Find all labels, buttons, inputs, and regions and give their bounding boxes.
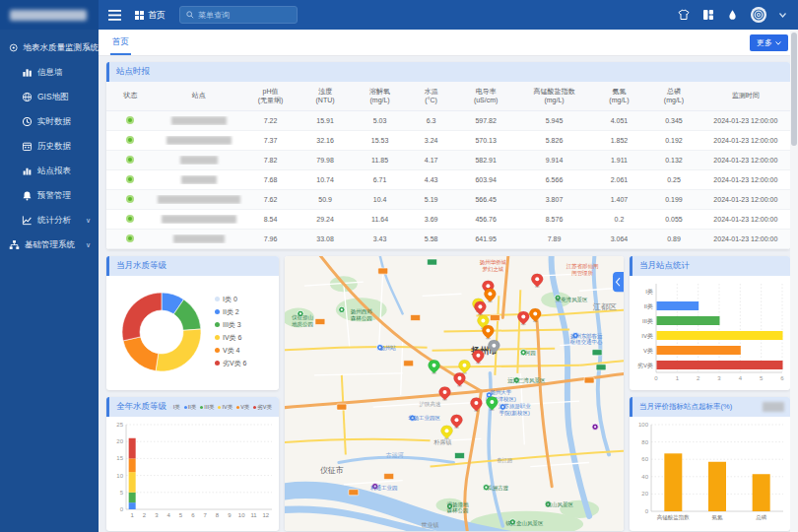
table-row[interactable]: 7.3732.1615.533.24570.135.8261.8520.1922… — [106, 131, 790, 151]
status-ok-dot — [126, 116, 134, 124]
sidebar-item-group-0[interactable]: 地表水质量监测系统∧ — [0, 35, 99, 60]
sidebar-item-menu-0[interactable]: 信息墙 — [0, 60, 99, 85]
status-ok-dot — [126, 234, 134, 242]
system-icon — [9, 42, 19, 53]
map-label: 扬州站 — [379, 345, 396, 352]
legend-item[interactable]: III类 3 — [215, 320, 247, 330]
column-header: 高锰酸盐指数(mg/L) — [516, 82, 591, 110]
legend-item[interactable]: 劣V类 6 — [215, 359, 247, 368]
map-label: 森林公园 — [351, 315, 372, 322]
hamburger-menu-icon[interactable] — [108, 10, 121, 21]
map-label: 学院(新校区) — [499, 410, 530, 417]
gis-map-panel: 扬州市仪征市江都区古运河春江路沪陕高速扬州西郊森林公园仪征捺山地质公园茱萸湾风景… — [285, 256, 624, 531]
sidebar-item-group-1[interactable]: 基础管理系统∨ — [0, 233, 99, 257]
tabbar: 首页 更多 — [99, 30, 798, 56]
svg-text:11: 11 — [250, 512, 257, 518]
history-data-icon — [22, 141, 33, 152]
svg-text:4: 4 — [739, 375, 743, 381]
svg-text:40: 40 — [641, 474, 648, 480]
table-row[interactable]: 7.2215.915.036.3597.825.9454.0510.345202… — [106, 111, 790, 131]
chevron-down-icon: ∨ — [86, 241, 91, 249]
page-scrollbar[interactable] — [790, 30, 798, 532]
map-label: 仪征市 — [320, 466, 344, 475]
app-logo — [0, 0, 99, 30]
legend-item[interactable]: I类 0 — [215, 295, 247, 304]
column-header: 站点 — [155, 82, 243, 110]
map-label: 瓜洲古渡 — [487, 485, 508, 492]
column-header: 电导率(uS/cm) — [455, 82, 516, 110]
map-label: 枢纽交通中心 — [570, 338, 603, 345]
scrollbar-thumb[interactable] — [791, 33, 797, 146]
map-collapse-control[interactable] — [613, 272, 624, 292]
svg-text:3: 3 — [155, 512, 159, 518]
table-row[interactable]: 7.9633.083.435.58641.957.893.0640.892024… — [106, 230, 790, 249]
sidebar-item-menu-3[interactable]: 历史数据 — [0, 134, 99, 159]
svg-text:5: 5 — [179, 512, 183, 518]
water-drop-icon[interactable] — [727, 9, 738, 21]
svg-text:1: 1 — [130, 512, 134, 518]
exceed-rate-chart: 020406080100高锰酸盐指数氨氮总磷 — [630, 417, 790, 527]
search-placeholder: 菜单查询 — [198, 10, 230, 21]
map-label: 江都区 — [592, 302, 617, 311]
column-header: 溶解氧(mg/L) — [353, 82, 408, 110]
station-stats-panel: 当月站点统计 0123456I类II类III类IV类V类劣V类 — [630, 256, 790, 390]
sidebar-item-menu-1[interactable]: GIS地图 — [0, 85, 99, 109]
gis-map-icon — [22, 92, 33, 102]
legend-item[interactable]: 劣V类 — [253, 404, 272, 411]
more-button[interactable]: 更多 — [750, 34, 788, 51]
status-ok-dot — [126, 195, 134, 203]
svg-text:5: 5 — [120, 490, 124, 496]
topnav-home[interactable]: 首页 — [135, 9, 166, 22]
svg-text:6: 6 — [780, 375, 784, 381]
tab-home-label: 首页 — [112, 36, 129, 48]
svg-text:III类: III类 — [642, 318, 653, 324]
legend-item[interactable]: V类 — [236, 404, 249, 411]
svg-text:0: 0 — [120, 506, 124, 512]
station-stats-chart: 0123456I类II类III类IV类V类劣V类 — [630, 276, 790, 386]
svg-text:10: 10 — [238, 512, 245, 518]
svg-text:20: 20 — [641, 491, 648, 497]
station-report-title: 站点时报 — [106, 62, 790, 82]
svg-text:高锰酸盐指数: 高锰酸盐指数 — [657, 514, 691, 521]
table-row[interactable]: 7.6810.746.714.43603.946.5662.0610.25202… — [106, 170, 790, 190]
legend-item[interactable]: V类 4 — [215, 346, 247, 356]
table-row[interactable]: 7.6250.910.45.19566.453.8071.4070.199202… — [106, 190, 790, 210]
user-chevron-down-icon[interactable] — [779, 13, 786, 18]
map-label: 华扬工业园区 — [408, 415, 440, 422]
status-ok-dot — [126, 136, 134, 144]
station-name-blurred — [173, 234, 225, 243]
blurred-link-chip — [763, 402, 784, 412]
alert-manage-icon — [22, 190, 33, 201]
status-ok-dot — [126, 215, 134, 223]
svg-text:氨氮: 氨氮 — [712, 514, 724, 520]
svg-text:V类: V类 — [643, 348, 653, 354]
station-name-blurred — [180, 156, 218, 165]
svg-text:0: 0 — [645, 508, 649, 514]
map-label: 春江路 — [497, 457, 513, 464]
monthly-grade-title: 当月水质等级 — [106, 256, 279, 276]
sidebar-item-menu-6[interactable]: 统计分析∨ — [0, 208, 99, 233]
map-poi-icon — [339, 306, 345, 312]
sidebar-item-menu-5[interactable]: 预警管理 — [0, 183, 99, 208]
table-row[interactable]: 8.5429.2411.643.69456.768.5760.20.055202… — [106, 210, 790, 230]
map-label: 世业镇 — [422, 522, 439, 528]
tab-home[interactable]: 首页 — [108, 30, 133, 55]
legend-item[interactable]: IV类 — [218, 404, 233, 411]
sidebar-item-menu-2[interactable]: 实时数据 — [0, 109, 99, 134]
legend-item[interactable]: IV类 6 — [215, 333, 247, 343]
legend-item[interactable]: II类 — [184, 404, 197, 411]
legend-item[interactable]: I类 — [169, 404, 180, 411]
layout-split-icon[interactable] — [702, 9, 714, 21]
legend-item[interactable]: III类 — [200, 404, 214, 411]
theme-skin-icon[interactable] — [678, 9, 690, 21]
svg-text:2: 2 — [697, 375, 700, 381]
user-avatar[interactable] — [751, 7, 766, 23]
annual-grade-panel: 全年水质等级 I类II类III类IV类V类劣V类 051015202512345… — [106, 397, 279, 531]
sidebar-item-menu-4[interactable]: 站点报表 — [0, 159, 99, 183]
legend-item[interactable]: II类 2 — [215, 307, 247, 317]
menu-search-input[interactable]: 菜单查询 — [179, 6, 298, 24]
annual-grade-title: 全年水质等级 I类II类III类IV类V类劣V类 — [106, 397, 279, 417]
city-map[interactable]: 扬州市仪征市江都区古运河春江路沪陕高速扬州西郊森林公园仪征捺山地质公园茱萸湾风景… — [285, 256, 624, 531]
table-row[interactable]: 7.8279.9811.854.17582.919.9141.9110.1322… — [106, 151, 790, 170]
svg-text:9: 9 — [228, 512, 232, 518]
